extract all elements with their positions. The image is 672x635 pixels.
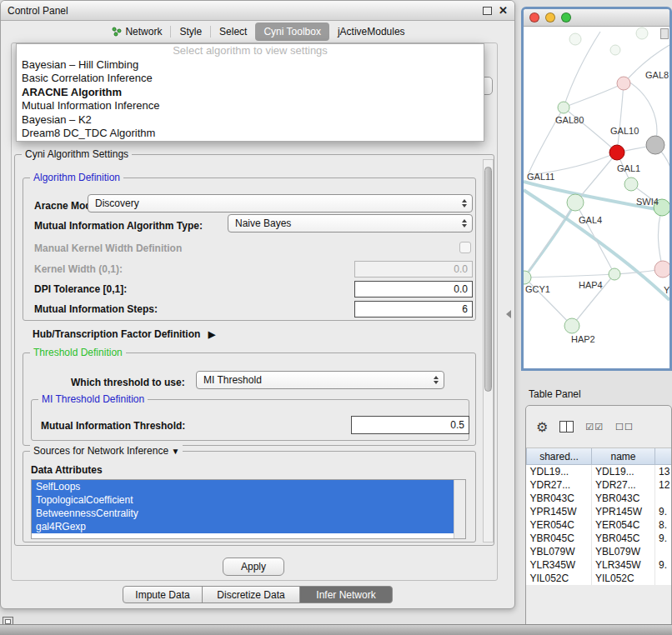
algorithm-option-selected[interactable]: ARACNE Algorithm: [17, 86, 484, 100]
table-row[interactable]: YBR045C YBR045C 9.: [527, 532, 672, 545]
table-row[interactable]: YDL19... YDL19... 13: [527, 465, 672, 479]
cell[interactable]: YLR345W: [527, 558, 592, 572]
algorithm-option[interactable]: Mutual Information Inference: [17, 99, 484, 113]
cell[interactable]: [655, 545, 672, 558]
splitter-collapse-arrow-icon[interactable]: [506, 310, 511, 318]
sources-toggle[interactable]: Sources for Network Inference ▼: [30, 445, 183, 458]
cell[interactable]: YDL19...: [592, 465, 655, 479]
column-header[interactable]: [655, 448, 672, 465]
column-header[interactable]: shared...: [527, 448, 592, 465]
combo-value: Naive Bayes: [235, 218, 291, 229]
control-panel-titlebar[interactable]: Control Panel ✕: [1, 1, 514, 21]
network-node[interactable]: [636, 28, 648, 39]
table-row[interactable]: YBR043C YBR043C: [527, 492, 672, 505]
cell[interactable]: YPR145W: [527, 505, 592, 518]
attribute-option-selected[interactable]: gal4RGexp: [32, 520, 454, 533]
table-row[interactable]: YBL079W YBL079W: [527, 545, 672, 558]
algorithm-option[interactable]: Bayesian – K2: [17, 113, 484, 128]
cell[interactable]: YBR043C: [527, 492, 592, 505]
cell[interactable]: 12: [655, 478, 672, 492]
network-node[interactable]: [624, 178, 638, 191]
network-node[interactable]: [524, 271, 531, 284]
settings-scrollbar-track[interactable]: [483, 159, 494, 542]
hub-section-toggle[interactable]: Hub/Transcription Factor Definition ▶: [33, 328, 215, 340]
zoom-traffic-light[interactable]: [561, 12, 571, 22]
cell[interactable]: YER054C: [527, 518, 592, 532]
cell[interactable]: YIL052C: [592, 572, 655, 585]
tab-style[interactable]: Style: [171, 22, 210, 41]
canvas-scrollbar-button[interactable]: [660, 28, 669, 39]
kernel-width-field[interactable]: [354, 261, 473, 278]
cell[interactable]: YDR27...: [527, 478, 592, 492]
column-header[interactable]: name: [592, 448, 655, 465]
tab-impute-data[interactable]: Impute Data: [123, 586, 203, 603]
attribute-option-selected[interactable]: BetweennessCentrality: [32, 507, 454, 520]
tab-network[interactable]: Network: [103, 22, 170, 41]
cell[interactable]: [655, 492, 672, 505]
cell[interactable]: 9.: [655, 532, 672, 545]
cell[interactable]: 9.: [655, 558, 672, 572]
table-row[interactable]: YER054C YER054C 8.: [527, 518, 672, 532]
gear-icon[interactable]: ⚙: [536, 419, 548, 435]
table-row[interactable]: YLR345W YLR345W 9.: [527, 558, 672, 572]
tab-discretize-data[interactable]: Discretize Data: [202, 586, 300, 603]
network-node[interactable]: [609, 145, 624, 160]
network-node[interactable]: [567, 194, 584, 211]
table-row[interactable]: YPR145W YPR145W 9.: [527, 505, 672, 518]
mi-threshold-field[interactable]: [351, 416, 469, 434]
minimize-traffic-light[interactable]: [545, 12, 555, 22]
algorithm-option[interactable]: Dream8 DC_TDC Algorithm: [17, 127, 484, 141]
manual-kernel-width-checkbox[interactable]: [459, 242, 471, 253]
network-window-titlebar[interactable]: [524, 9, 669, 27]
dpi-tolerance-field[interactable]: [354, 281, 473, 298]
attribute-option-selected[interactable]: TopologicalCoefficient: [32, 493, 454, 507]
combo-value: MI Threshold: [203, 374, 262, 386]
algorithm-option[interactable]: Basic Correlation Inference: [17, 72, 484, 86]
cell[interactable]: 9.: [655, 505, 672, 518]
cell[interactable]: [655, 572, 672, 585]
float-window-icon[interactable]: [483, 7, 492, 15]
network-node[interactable]: [617, 77, 630, 90]
tab-cyni-toolbox[interactable]: Cyni Toolbox: [255, 22, 328, 41]
deselect-all-columns-icon[interactable]: ☐☐: [615, 422, 634, 432]
close-icon[interactable]: ✕: [499, 4, 508, 17]
cell[interactable]: 13: [655, 465, 672, 479]
aracne-mode-combobox[interactable]: Discovery: [88, 194, 473, 212]
network-node[interactable]: [564, 318, 579, 333]
list-scrollbar-track[interactable]: [454, 480, 465, 538]
cell[interactable]: YLR345W: [592, 558, 655, 572]
attribute-option-selected[interactable]: SelfLoops: [32, 480, 454, 493]
network-node[interactable]: [558, 102, 569, 113]
tab-select[interactable]: Select: [211, 22, 255, 41]
network-node[interactable]: [646, 136, 664, 154]
which-threshold-combobox[interactable]: MI Threshold: [196, 371, 444, 389]
cell[interactable]: YBR043C: [592, 492, 655, 505]
mi-steps-field[interactable]: [354, 301, 473, 318]
table-row[interactable]: YDR27... YDR27... 12: [527, 478, 672, 492]
settings-scrollbar-thumb[interactable]: [484, 167, 492, 392]
mi-algorithm-type-combobox[interactable]: Naive Bayes: [228, 214, 473, 232]
cell[interactable]: YBL079W: [592, 545, 655, 558]
cell[interactable]: YIL052C: [527, 572, 592, 585]
network-node[interactable]: [654, 261, 669, 278]
network-node[interactable]: [609, 268, 620, 280]
network-canvas[interactable]: GAL8 GAL80 GAL10 GAL11 GAL1 SWI4 GAL4 GC…: [524, 27, 669, 369]
cell[interactable]: 8.: [655, 518, 672, 532]
cell[interactable]: YBL079W: [527, 545, 592, 558]
table-row[interactable]: YIL052C YIL052C: [527, 572, 672, 585]
cell[interactable]: YPR145W: [592, 505, 655, 518]
apply-button[interactable]: Apply: [223, 558, 284, 576]
tab-jactivemodules[interactable]: jActiveModules: [329, 22, 414, 41]
algorithm-option[interactable]: Bayesian – Hill Climbing: [17, 58, 484, 72]
column-browser-icon[interactable]: [559, 421, 574, 432]
cell[interactable]: YER054C: [592, 518, 655, 532]
cell[interactable]: YBR045C: [527, 532, 592, 545]
tab-infer-network[interactable]: Infer Network: [299, 586, 393, 603]
cell[interactable]: YDL19...: [527, 465, 592, 479]
close-traffic-light[interactable]: [529, 12, 539, 22]
cell[interactable]: YDR27...: [592, 478, 655, 492]
cell[interactable]: YBR045C: [592, 532, 655, 545]
network-node[interactable]: [610, 45, 620, 55]
select-all-columns-icon[interactable]: ☑☑: [585, 422, 604, 432]
network-node[interactable]: [569, 33, 581, 45]
